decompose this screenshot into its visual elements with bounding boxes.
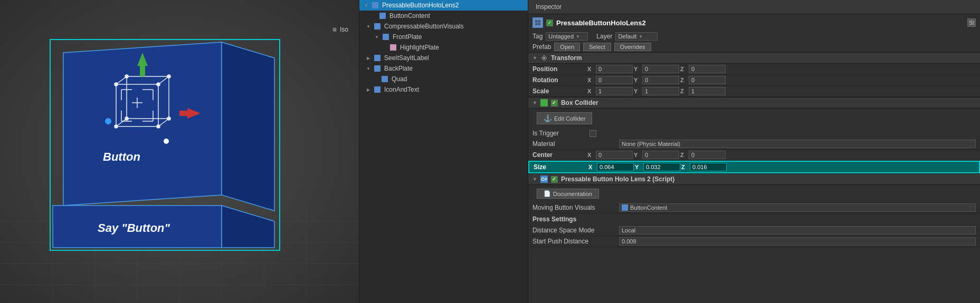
layer-dropdown[interactable]: Default ▼ — [615, 32, 658, 41]
tag-dropdown[interactable]: Untagged ▼ — [546, 32, 588, 41]
svg-point-22 — [115, 83, 118, 86]
prefab-open-button[interactable]: Open — [554, 43, 580, 51]
svg-point-27 — [167, 75, 170, 78]
transform-section-header: ▼ Transform — [528, 52, 980, 64]
hierarchy-item-backplate[interactable]: ▼ BackPlate — [359, 63, 528, 74]
active-checkbox[interactable]: ✓ — [546, 19, 553, 26]
svg-point-26 — [125, 75, 128, 78]
svg-text:Button: Button — [103, 150, 140, 163]
start-push-row: Start Push Distance 0.008 — [528, 236, 980, 247]
hierarchy-item-seeit[interactable]: ▶ SeeItSayItLabel — [359, 53, 528, 63]
box-collider-icon — [540, 99, 548, 106]
tag-layer-row: Tag Untagged ▼ Layer Default ▼ — [528, 31, 980, 42]
svg-marker-12 — [222, 42, 274, 211]
svg-point-45 — [164, 139, 169, 144]
component-icon — [532, 17, 543, 28]
inspector-panel: Inspector ✓ PressableButtonHoloLens2 St … — [528, 0, 980, 303]
hierarchy-item-frontplate[interactable]: ▼ FrontPlate — [359, 32, 528, 42]
hierarchy-item-buttoncontent[interactable]: ButtonContent — [359, 11, 528, 21]
size-y-input[interactable] — [643, 163, 680, 171]
inspector-header: Inspector — [528, 0, 980, 14]
component-title-row: ✓ PressableButtonHoloLens2 St — [528, 14, 980, 31]
moving-visuals-row: Moving Button Visuals ButtonContent — [528, 202, 980, 213]
svg-rect-43 — [179, 111, 190, 116]
edit-collider-button[interactable]: ⚓ Edit Collider — [537, 112, 592, 124]
inspector-tab[interactable]: Inspector — [532, 2, 565, 12]
center-z-input[interactable] — [689, 151, 726, 159]
rotation-x-input[interactable] — [596, 76, 633, 84]
material-row: Material None (Physic Material) — [528, 139, 980, 150]
svg-point-28 — [125, 117, 128, 120]
svg-point-51 — [543, 57, 545, 59]
svg-point-29 — [167, 117, 170, 120]
scale-z-input[interactable] — [689, 87, 726, 95]
script-checkbox[interactable]: ✓ — [551, 176, 558, 183]
doc-icon: 📄 — [544, 190, 551, 197]
edit-collider-icon: ⚓ — [544, 114, 552, 122]
size-z-input[interactable] — [690, 163, 727, 171]
script-section-header: ▼ C# ✓ Pressable Button Holo Lens 2 (Scr… — [528, 173, 980, 185]
svg-marker-14 — [222, 206, 274, 248]
hierarchy-item-highlightplate[interactable]: HighlightPlate — [359, 42, 528, 53]
edit-collider-area: ⚓ Edit Collider — [528, 109, 980, 128]
static-badge[interactable]: St — [967, 18, 976, 27]
iso-label: Iso — [332, 25, 348, 34]
scale-row: Scale X Y Z — [528, 86, 980, 97]
position-row: Position X Y Z — [528, 64, 980, 75]
hierarchy-item-compressable[interactable]: ▼ CompressableButtonVisuals — [359, 21, 528, 32]
hierarchy-panel: ▼ PressableButtonHoloLens2 ButtonContent… — [359, 0, 528, 303]
3d-viewport: Button Say "Button" Iso — [0, 0, 359, 303]
component-name: PressableButtonHoloLens2 — [556, 19, 964, 27]
scale-x-input[interactable] — [596, 87, 633, 95]
moving-visuals-field[interactable]: ButtonContent — [619, 203, 976, 212]
press-settings-header: Press Settings — [528, 213, 980, 225]
transform-icon — [540, 54, 548, 62]
size-x-input[interactable] — [597, 163, 634, 171]
center-y-input[interactable] — [642, 151, 679, 159]
position-y-input[interactable] — [642, 65, 679, 73]
moving-visuals-icon — [622, 204, 628, 211]
position-z-input[interactable] — [689, 65, 726, 73]
doc-button[interactable]: 📄 Documentation — [537, 189, 599, 199]
rotation-y-input[interactable] — [642, 76, 679, 84]
hierarchy-item-quad[interactable]: Quad — [359, 74, 528, 84]
doc-area: 📄 Documentation — [528, 185, 980, 202]
rotation-z-input[interactable] — [689, 76, 726, 84]
center-row: Center X Y Z — [528, 150, 980, 161]
size-row: Size X Y Z — [528, 161, 980, 173]
is-trigger-checkbox[interactable] — [589, 130, 596, 137]
center-x-input[interactable] — [596, 151, 633, 159]
script-icon: C# — [540, 175, 548, 183]
start-push-field[interactable]: 0.008 — [619, 237, 976, 246]
box-collider-checkbox[interactable]: ✓ — [551, 100, 558, 106]
svg-point-23 — [157, 83, 160, 86]
hierarchy-item-iconandtext[interactable]: ▶ IconAndText — [359, 84, 528, 95]
box-collider-header: ▼ ✓ Box Collider — [528, 97, 980, 109]
svg-point-44 — [105, 118, 111, 124]
distance-space-row: Distance Space Mode Local — [528, 225, 980, 236]
svg-point-25 — [157, 125, 160, 128]
prefab-overrides-button[interactable]: Overrides — [614, 43, 651, 51]
svg-point-24 — [115, 125, 118, 128]
prefab-row: Prefab Open Select Overrides — [528, 42, 980, 52]
hierarchy-item-pressable[interactable]: ▼ PressableButtonHoloLens2 — [359, 0, 528, 11]
position-x-input[interactable] — [596, 65, 633, 73]
is-trigger-row: Is Trigger — [528, 128, 980, 139]
material-field: None (Physic Material) — [619, 140, 976, 148]
scale-y-input[interactable] — [642, 87, 679, 95]
rotation-row: Rotation X Y Z — [528, 75, 980, 86]
distance-space-field[interactable]: Local — [619, 226, 976, 234]
prefab-select-button[interactable]: Select — [583, 43, 611, 51]
svg-text:Say "Button": Say "Button" — [98, 221, 170, 234]
svg-rect-41 — [140, 66, 145, 76]
